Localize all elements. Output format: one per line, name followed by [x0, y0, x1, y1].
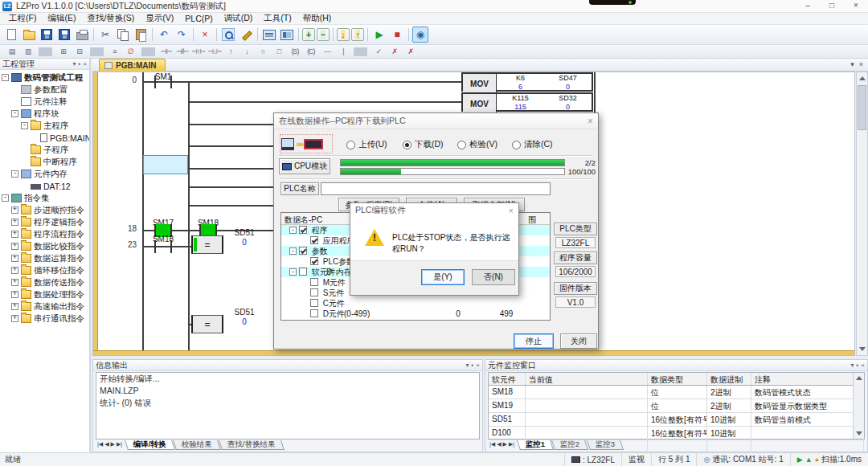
tree-item[interactable]: - 指令集 — [0, 192, 89, 204]
comment-cell[interactable]: 数码管显示数据类型 — [751, 399, 864, 412]
radio-download[interactable]: 下载(D) — [403, 139, 444, 150]
tree-expander-icon[interactable]: + — [11, 291, 18, 298]
save-icon[interactable] — [39, 27, 55, 43]
radio-upload[interactable]: 上传(U) — [346, 139, 387, 150]
tab-nav-icon[interactable]: |◀ — [489, 441, 495, 448]
row-expander-icon[interactable]: - — [289, 227, 297, 234]
row-checkbox[interactable] — [299, 268, 307, 276]
radix-cell[interactable]: 2进制 — [707, 386, 751, 399]
download-to-plc-icon[interactable]: ↓ — [337, 28, 350, 41]
panel-menu-icon[interactable]: ▾ — [72, 60, 76, 67]
tree-expander-icon[interactable]: + — [11, 303, 18, 310]
tree-expander-icon[interactable]: + — [11, 243, 18, 250]
set-coil-icon[interactable]: (S) — [288, 47, 301, 57]
zoom-in-icon[interactable]: + — [302, 28, 315, 41]
close-button[interactable]: × — [844, 0, 868, 12]
delete-h-line-icon[interactable]: ✗ — [387, 47, 401, 57]
copy-icon[interactable] — [115, 27, 131, 43]
compare-block-2[interactable]: = — [191, 315, 223, 333]
reset-coil-icon[interactable]: (C) — [304, 47, 317, 57]
type-cell[interactable]: 16位整数[有符号] — [648, 427, 707, 439]
no-button[interactable]: 否(N) — [472, 269, 515, 285]
ladder-selection-cell[interactable] — [143, 155, 188, 174]
info-tab[interactable]: 查找/替换结果 — [219, 440, 285, 450]
tree-expander-icon[interactable]: + — [11, 231, 18, 238]
tree-item[interactable]: PGB:MAIN — [0, 132, 89, 144]
firmware-version-button[interactable]: 固件版本 — [554, 282, 597, 295]
tab-nav-icon[interactable]: ◀ — [497, 441, 501, 448]
minimize-button[interactable]: – — [796, 0, 820, 12]
contact-rising-icon[interactable]: ⊣↑⊢ — [191, 47, 205, 57]
row-checkbox[interactable] — [299, 226, 307, 234]
tree-item[interactable]: + 串行通讯指令 — [0, 313, 89, 325]
cpu-module-button[interactable]: CPU模块 — [279, 158, 330, 174]
tree-item[interactable]: + 程序流程指令 — [0, 228, 89, 240]
program-capacity-button[interactable]: 程序容量 — [554, 251, 597, 264]
radix-cell[interactable]: 2进制 — [707, 399, 751, 412]
tree-item[interactable]: + 数据比较指令 — [0, 240, 89, 252]
device-cell[interactable]: SM18 — [489, 386, 526, 399]
open-file-icon[interactable] — [21, 27, 37, 43]
tree-expander-icon[interactable]: - — [2, 194, 9, 202]
edge-up-icon[interactable]: ↑ — [223, 47, 237, 57]
info-tab[interactable]: 编译/转换 — [125, 440, 175, 450]
data-row[interactable]: D元件 (0-499) 0 499 — [281, 309, 550, 319]
pin-icon[interactable]: ▪ — [78, 60, 80, 67]
delete-row-icon[interactable]: ⊟ — [72, 47, 86, 57]
monitor-scrollbar[interactable] — [853, 373, 864, 439]
radio-verify[interactable]: 检验(V) — [457, 139, 497, 150]
radix-cell[interactable]: 10进制 — [707, 427, 751, 439]
plc-type-button[interactable]: PLC类型 — [554, 223, 597, 235]
monitor-row[interactable]: SD51 16位整数[有符号] 10进制 数码管当前模式 — [489, 413, 864, 427]
comment-cell[interactable]: 数码管模式状态 — [751, 386, 864, 399]
stop-button[interactable]: 停止 — [514, 333, 554, 349]
row-checkbox[interactable] — [310, 278, 318, 286]
find-icon[interactable] — [220, 27, 236, 43]
pin-icon[interactable]: ▪ — [471, 362, 473, 369]
tab-nav-icon[interactable]: ▶ — [503, 441, 507, 448]
tree-expander-icon[interactable]: - — [11, 110, 18, 117]
undo-icon[interactable]: ↶ — [156, 27, 172, 43]
type-cell[interactable]: 16位整数[有符号] — [648, 413, 707, 426]
value-cell[interactable] — [526, 413, 648, 426]
tree-item[interactable]: DAT:12 — [0, 180, 89, 192]
maximize-button[interactable]: □ — [820, 0, 844, 12]
mov-instruction-1[interactable]: MOV K6 SD47 6 0 — [461, 72, 593, 92]
vertical-line-icon[interactable]: | — [336, 47, 350, 57]
tree-item[interactable]: + 数据运算指令 — [0, 252, 89, 264]
tab-nav-icon[interactable]: ▶| — [509, 441, 514, 448]
tree-item[interactable]: + 数据传送指令 — [0, 276, 89, 288]
panel-close-icon[interactable]: × — [476, 362, 480, 369]
tree-expander-icon[interactable]: + — [11, 219, 18, 226]
comment-cell[interactable] — [751, 427, 864, 439]
device-cell[interactable]: SM19 — [489, 399, 526, 412]
delete-v-line-icon[interactable]: ✗ — [403, 47, 417, 57]
popup-close-icon[interactable]: × — [509, 206, 514, 215]
tab-nav-icon[interactable]: |◀ — [97, 441, 103, 448]
monitor-tab[interactable]: 监控2 — [552, 440, 589, 450]
instruction-view-icon[interactable] — [279, 27, 295, 43]
type-cell[interactable]: 位 — [648, 386, 707, 399]
tab-nav-icon[interactable]: ▶| — [117, 441, 122, 448]
tree-expander-icon[interactable]: - — [2, 74, 9, 81]
mov-instruction-2[interactable]: MOV K115 SD32 115 0 — [461, 92, 593, 112]
menu-item[interactable]: 编辑(E) — [42, 13, 81, 24]
type-cell[interactable]: 位 — [648, 399, 707, 412]
contact-falling-icon[interactable]: ⊣↓⊢ — [207, 47, 221, 57]
menu-item[interactable]: 调试(D) — [219, 13, 259, 24]
dialog-close-icon[interactable]: × — [588, 116, 593, 127]
contact-sm1[interactable] — [154, 76, 172, 88]
monitor-mode-icon[interactable]: ◉ — [412, 27, 428, 43]
menu-item[interactable]: 帮助(H) — [297, 13, 338, 24]
tree-item[interactable]: 中断程序 — [0, 156, 89, 168]
tree-item[interactable]: - 主程序 — [0, 120, 89, 132]
editor-scrollbar[interactable] — [856, 72, 868, 356]
convert-icon[interactable]: ≡ — [108, 47, 121, 57]
compare-block-1[interactable]: = — [191, 235, 223, 254]
device-cell[interactable]: SD51 — [489, 413, 526, 426]
monitor-row[interactable]: D100 16位整数[有符号] 10进制 — [489, 427, 864, 440]
tree-expander-icon[interactable]: - — [11, 170, 18, 178]
info-tab[interactable]: 校验结果 — [173, 440, 221, 450]
panel-menu-icon[interactable]: ▾ — [850, 362, 854, 369]
row-expander-icon[interactable]: - — [289, 268, 297, 276]
